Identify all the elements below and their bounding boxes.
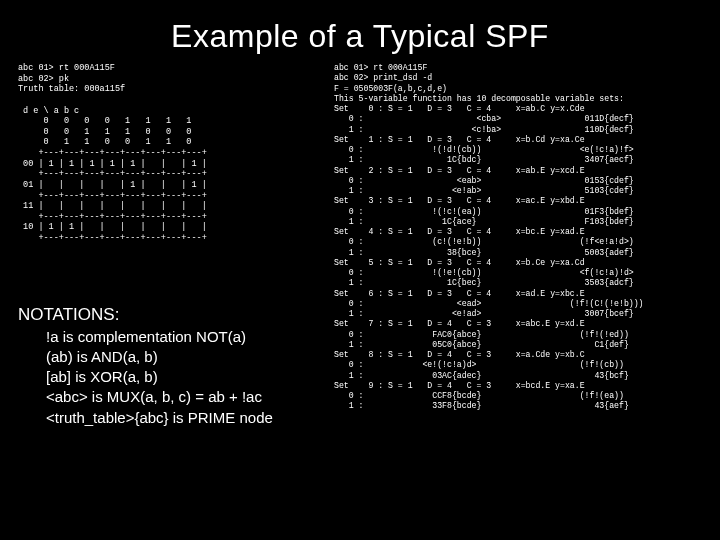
left-column: abc 01> rt 000A115F abc 02> pk Truth tab…: [18, 63, 328, 428]
content-area: abc 01> rt 000A115F abc 02> pk Truth tab…: [0, 63, 720, 428]
notation-line: (ab) is AND(a, b): [18, 347, 328, 367]
notation-line: !a is complementation NOT(a): [18, 327, 328, 347]
slide-title: Example of a Typical SPF: [0, 0, 720, 63]
notations-block: NOTATIONS: !a is complementation NOT(a) …: [18, 304, 328, 428]
notation-line: [ab] is XOR(a, b): [18, 367, 328, 387]
truth-table-block: abc 01> rt 000A115F abc 02> pk Truth tab…: [18, 63, 328, 244]
notation-line: <truth_table>{abc} is PRIME node: [18, 408, 328, 428]
dsd-output-block: abc 01> rt 000A115F abc 02> print_dsd -d…: [334, 63, 702, 412]
right-column: abc 01> rt 000A115F abc 02> print_dsd -d…: [328, 63, 702, 428]
notations-header: NOTATIONS:: [18, 304, 328, 327]
notation-line: <abc> is MUX(a, b, c) = ab + !ac: [18, 387, 328, 407]
